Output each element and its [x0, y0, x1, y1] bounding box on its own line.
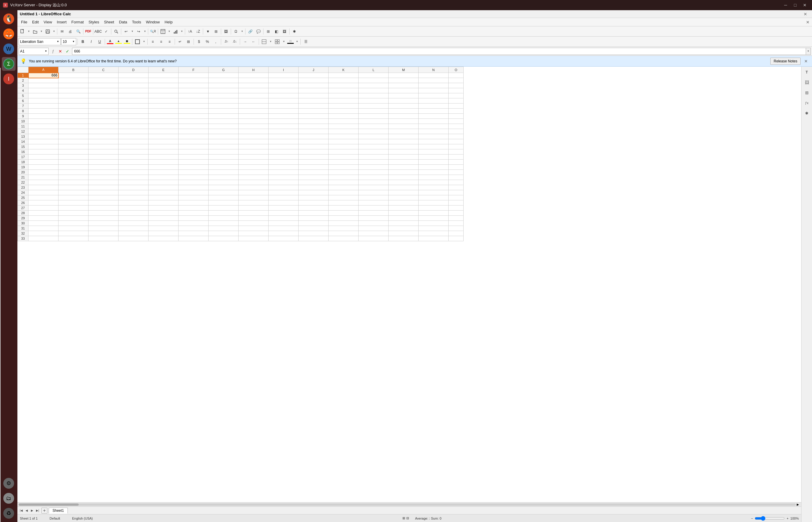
cell-O3[interactable]: [449, 83, 463, 88]
cell-G11[interactable]: [209, 124, 239, 129]
cell-C3[interactable]: [88, 83, 119, 88]
cell-D13[interactable]: [119, 134, 148, 139]
cell-L16[interactable]: [359, 149, 389, 155]
row-number-5[interactable]: 5: [18, 93, 28, 98]
cell-C6[interactable]: [88, 98, 119, 103]
cell-D22[interactable]: [119, 180, 148, 185]
cell-O30[interactable]: [449, 221, 463, 226]
font-color-button[interactable]: A: [106, 38, 114, 46]
cell-L20[interactable]: [359, 170, 389, 175]
cell-E23[interactable]: [148, 185, 179, 190]
highlighting-button[interactable]: ▲: [115, 38, 122, 46]
cell-K17[interactable]: [329, 155, 359, 160]
cell-A18[interactable]: [28, 160, 59, 165]
sheet-tab-1[interactable]: Sheet1: [48, 508, 68, 514]
cell-K15[interactable]: [329, 144, 359, 149]
cell-E2[interactable]: [148, 78, 179, 83]
cell-G32[interactable]: [209, 231, 239, 236]
cell-M13[interactable]: [389, 134, 419, 139]
cell-A30[interactable]: [28, 221, 59, 226]
borders-dropdown[interactable]: ▼: [142, 38, 146, 46]
col-header-f[interactable]: F: [179, 67, 209, 73]
cell-D12[interactable]: [119, 129, 148, 134]
row-number-15[interactable]: 15: [18, 144, 28, 149]
info-close-button[interactable]: ✕: [803, 58, 809, 64]
cell-C24[interactable]: [88, 190, 119, 195]
cell-D15[interactable]: [119, 144, 148, 149]
formula-dropdown[interactable]: ▼: [806, 48, 811, 55]
cell-C25[interactable]: [88, 195, 119, 200]
cell-J10[interactable]: [299, 119, 329, 124]
cell-B21[interactable]: [59, 175, 88, 180]
cell-D32[interactable]: [119, 231, 148, 236]
cell-G23[interactable]: [209, 185, 239, 190]
cell-M14[interactable]: [389, 139, 419, 144]
cell-M30[interactable]: [389, 221, 419, 226]
row-number-2[interactable]: 2: [18, 78, 28, 83]
percent-button[interactable]: %: [203, 38, 211, 46]
cell-B33[interactable]: [59, 236, 88, 241]
cell-N6[interactable]: [419, 98, 449, 103]
cell-D7[interactable]: [119, 103, 148, 108]
cell-F15[interactable]: [179, 144, 209, 149]
zoom-slider[interactable]: [755, 516, 785, 521]
cell-A3[interactable]: [28, 83, 59, 88]
cell-B19[interactable]: [59, 165, 88, 170]
cell-O7[interactable]: [449, 103, 463, 108]
view-page-break-icon[interactable]: ⊟: [406, 516, 409, 520]
cell-F21[interactable]: [179, 175, 209, 180]
col-header-n[interactable]: N: [419, 67, 449, 73]
cell-D8[interactable]: [119, 108, 148, 114]
cell-D4[interactable]: [119, 88, 148, 93]
cell-A14[interactable]: [28, 139, 59, 144]
cell-K23[interactable]: [329, 185, 359, 190]
cell-F18[interactable]: [179, 160, 209, 165]
cell-O27[interactable]: [449, 205, 463, 210]
cell-J15[interactable]: [299, 144, 329, 149]
cell-A31[interactable]: [28, 226, 59, 231]
cell-styles-button[interactable]: [260, 38, 268, 46]
cell-M3[interactable]: [389, 83, 419, 88]
cell-J27[interactable]: [299, 205, 329, 210]
row-number-16[interactable]: 16: [18, 149, 28, 155]
cell-L30[interactable]: [359, 221, 389, 226]
cell-I19[interactable]: [269, 165, 299, 170]
cell-J7[interactable]: [299, 103, 329, 108]
cell-O24[interactable]: [449, 190, 463, 195]
menu-insert[interactable]: Insert: [54, 18, 69, 26]
cell-G20[interactable]: [209, 170, 239, 175]
cell-E9[interactable]: [148, 114, 179, 119]
cell-K16[interactable]: [329, 149, 359, 155]
close-button[interactable]: ✕: [800, 1, 809, 9]
view-normal-icon[interactable]: ⊞: [402, 516, 405, 520]
wrap-text-button[interactable]: ↵: [176, 38, 184, 46]
cell-E10[interactable]: [148, 119, 179, 124]
cell-E14[interactable]: [148, 139, 179, 144]
cell-K8[interactable]: [329, 108, 359, 114]
cell-H12[interactable]: [239, 129, 269, 134]
cell-M17[interactable]: [389, 155, 419, 160]
cell-N24[interactable]: [419, 190, 449, 195]
cell-F27[interactable]: [179, 205, 209, 210]
add-sheet-button[interactable]: +: [41, 508, 47, 514]
cell-F30[interactable]: [179, 221, 209, 226]
cell-G25[interactable]: [209, 195, 239, 200]
cell-M25[interactable]: [389, 195, 419, 200]
cell-O10[interactable]: [449, 119, 463, 124]
cell-E30[interactable]: [148, 221, 179, 226]
cell-A33[interactable]: [28, 236, 59, 241]
cell-A20[interactable]: [28, 170, 59, 175]
col-header-m[interactable]: M: [389, 67, 419, 73]
cell-F23[interactable]: [179, 185, 209, 190]
cell-F33[interactable]: [179, 236, 209, 241]
cell-O18[interactable]: [449, 160, 463, 165]
cell-H14[interactable]: [239, 139, 269, 144]
cell-K32[interactable]: [329, 231, 359, 236]
row-number-31[interactable]: 31: [18, 226, 28, 231]
row-number-6[interactable]: 6: [18, 98, 28, 103]
cell-K6[interactable]: [329, 98, 359, 103]
cell-C16[interactable]: [88, 149, 119, 155]
cell-H33[interactable]: [239, 236, 269, 241]
row-number-32[interactable]: 32: [18, 231, 28, 236]
cell-I12[interactable]: [269, 129, 299, 134]
